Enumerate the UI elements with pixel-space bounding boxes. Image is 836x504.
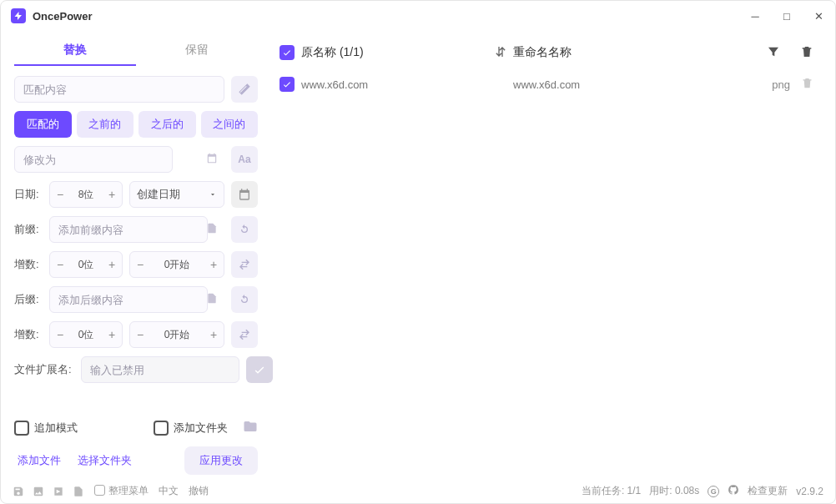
prefix-reset-button[interactable] (231, 216, 258, 243)
time-status: 用时: 0.08s (649, 484, 699, 498)
lang-toggle[interactable]: 中文 (159, 484, 179, 498)
file-row: www.x6d.com www.x6d.com png (280, 69, 823, 99)
date-label: 日期: (14, 187, 43, 202)
ext-label: 文件扩展名: (14, 362, 74, 377)
add-folder-label: 添加文件夹 (174, 421, 228, 436)
suffix-input[interactable] (49, 286, 208, 313)
original-name: www.x6d.com (301, 78, 368, 91)
append-mode-label: 追加模式 (34, 421, 78, 436)
suffix-inc-swap-button[interactable] (231, 321, 258, 348)
apply-button[interactable]: 应用更改 (184, 446, 258, 475)
prefix-inc-digits[interactable]: − 0位 + (49, 251, 123, 278)
date-digits-value: 8位 (70, 188, 102, 202)
suffix-inc-digits[interactable]: − 0位 + (49, 321, 123, 348)
check-update[interactable]: 检查更新 (748, 484, 788, 498)
save-icon[interactable] (13, 486, 24, 497)
file-list-area: 原名称 (1/1) 重命名名称 www.x6d.com (268, 31, 835, 478)
version: v2.9.2 (796, 486, 823, 497)
g-icon[interactable]: G (708, 486, 719, 497)
seg-before[interactable]: 之前的 (77, 111, 134, 138)
suffix-inc-digits-value: 0位 (70, 328, 102, 342)
date-digits-stepper[interactable]: − 8位 + (49, 181, 123, 208)
prefix-inc-swap-button[interactable] (231, 251, 258, 278)
organize-menu[interactable]: 整理菜单 (94, 484, 149, 498)
decrement-button[interactable]: − (50, 322, 70, 347)
close-button[interactable]: ✕ (812, 10, 825, 23)
prefix-inc-start-value: 0开始 (150, 258, 204, 272)
tab-replace[interactable]: 替换 (14, 36, 136, 66)
undo-button[interactable]: 撤销 (189, 484, 209, 498)
prefix-label: 前缀: (14, 222, 43, 237)
increment-button[interactable]: + (102, 182, 122, 207)
select-all-checkbox[interactable] (280, 45, 295, 60)
seg-between[interactable]: 之间的 (201, 111, 259, 138)
suffix-reset-button[interactable] (231, 286, 258, 313)
prefix-input[interactable] (49, 216, 208, 243)
decrement-button[interactable]: − (50, 252, 70, 277)
maximize-button[interactable]: □ (780, 10, 793, 23)
replace-input[interactable] (14, 146, 173, 173)
ruler-icon-button[interactable] (231, 76, 258, 103)
increment-button[interactable]: + (204, 252, 224, 277)
suffix-label: 后缀: (14, 292, 43, 307)
suffix-inc-label: 增数: (14, 327, 43, 342)
file-icon[interactable] (206, 293, 218, 307)
file-icon[interactable] (206, 223, 218, 237)
minimize-button[interactable]: ─ (748, 10, 762, 23)
decrement-button[interactable]: − (130, 252, 150, 277)
match-input[interactable] (14, 76, 224, 103)
list-header: 原名称 (1/1) 重命名名称 (280, 36, 823, 69)
date-type-select[interactable]: 创建日期 (129, 181, 224, 208)
increment-button[interactable]: + (204, 322, 224, 347)
csv-icon[interactable] (73, 486, 84, 497)
prefix-inc-label: 增数: (14, 257, 43, 272)
append-mode-checkbox[interactable]: 追加模式 (14, 421, 78, 436)
folder-icon (243, 419, 258, 436)
calendar-icon[interactable] (206, 153, 218, 167)
prefix-inc-start[interactable]: − 0开始 + (129, 251, 224, 278)
seg-match[interactable]: 匹配的 (14, 111, 72, 138)
app-logo-icon (11, 8, 26, 23)
select-folder-button[interactable]: 选择文件夹 (74, 446, 135, 475)
row-checkbox[interactable] (280, 77, 295, 92)
case-toggle-button[interactable]: Aa (231, 146, 258, 173)
ext-input (81, 356, 239, 383)
add-folder-checkbox[interactable]: 添加文件夹 (154, 421, 228, 436)
checkbox-icon (14, 421, 29, 436)
prefix-inc-digits-value: 0位 (70, 258, 102, 272)
add-file-button[interactable]: 添加文件 (14, 446, 64, 475)
date-apply-button[interactable] (231, 181, 258, 208)
file-ext: png (743, 78, 790, 91)
decrement-button[interactable]: − (50, 182, 70, 207)
delete-all-button[interactable] (790, 45, 823, 61)
github-icon[interactable] (728, 484, 739, 498)
date-type-value: 创建日期 (137, 187, 180, 202)
app-title: OncePower (33, 10, 93, 23)
header-original: 原名称 (1/1) (301, 45, 364, 60)
app-window: OncePower ─ □ ✕ 替换 保留 匹配的 之前的 之后的 (0, 0, 836, 504)
header-renamed: 重命名名称 (513, 45, 757, 60)
renamed-name: www.x6d.com (513, 78, 743, 91)
video-icon[interactable] (53, 486, 64, 497)
increment-button[interactable]: + (102, 252, 122, 277)
checkbox-icon (154, 421, 169, 436)
mode-tabs: 替换 保留 (14, 36, 258, 66)
increment-button[interactable]: + (102, 322, 122, 347)
sort-button[interactable] (488, 45, 513, 61)
row-delete-button[interactable] (790, 77, 823, 92)
seg-after[interactable]: 之后的 (138, 111, 196, 138)
match-mode-segments: 匹配的 之前的 之后的 之间的 (14, 111, 258, 138)
filter-button[interactable] (757, 45, 790, 61)
chevron-down-icon (209, 190, 217, 199)
image-icon[interactable] (33, 486, 44, 497)
sidebar: 替换 保留 匹配的 之前的 之后的 之间的 (1, 31, 268, 478)
decrement-button[interactable]: − (130, 322, 150, 347)
suffix-inc-start[interactable]: − 0开始 + (129, 321, 224, 348)
task-status: 当前任务: 1/1 (582, 484, 641, 498)
suffix-inc-start-value: 0开始 (150, 328, 204, 342)
title-bar: OncePower ─ □ ✕ (1, 1, 835, 31)
tab-keep[interactable]: 保留 (136, 36, 258, 66)
status-bar: 整理菜单 中文 撤销 当前任务: 1/1 用时: 0.08s G 检查更新 v2… (1, 478, 835, 503)
